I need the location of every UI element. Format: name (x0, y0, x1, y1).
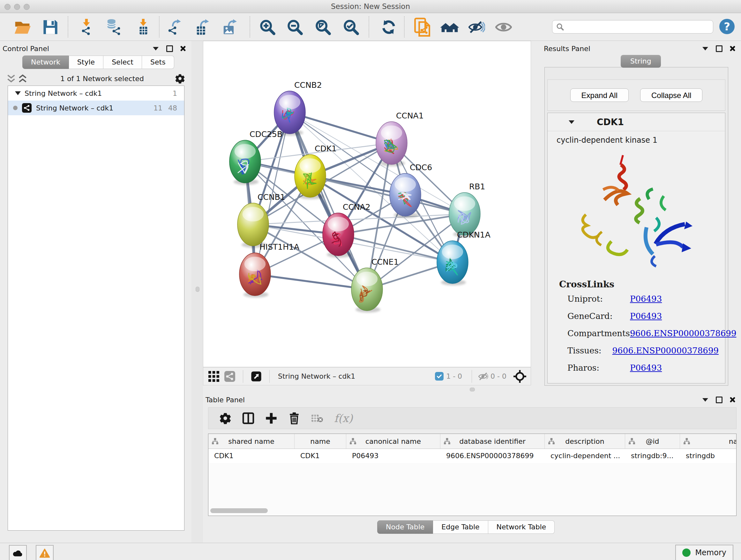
refresh-icon[interactable] (381, 19, 397, 36)
add-column-icon[interactable] (265, 412, 277, 424)
table-row[interactable]: CDK1CDK1P064939606.ENSP00000378699cyclin… (208, 449, 736, 463)
string-copy-icon[interactable] (414, 17, 431, 37)
panel-float-icon[interactable] (716, 45, 723, 52)
horizontal-scrollbar[interactable] (210, 508, 268, 513)
column-header-shared-name[interactable]: shared name (208, 434, 294, 449)
column-header-database-identifier[interactable]: database identifier (441, 434, 545, 449)
panel-close-icon[interactable] (180, 46, 186, 51)
network-node-ccna1[interactable]: CCNA1 (376, 111, 424, 166)
section-expander-icon[interactable] (569, 120, 575, 124)
network-node-cdkn1a[interactable]: CDKN1A (437, 230, 490, 286)
gear-icon[interactable] (175, 73, 185, 84)
export-image-icon[interactable] (222, 19, 239, 36)
network-share-icon[interactable] (224, 371, 235, 382)
column-header-canonical-name[interactable]: canonical name (346, 434, 441, 449)
minimize-window-button[interactable] (14, 4, 20, 10)
gene-section-header[interactable]: CDK1 (548, 113, 725, 131)
warnings-button[interactable] (36, 545, 54, 560)
crosslink-value-link[interactable]: P06493 (630, 294, 662, 304)
show-columns-icon[interactable] (242, 412, 254, 424)
column-header-name[interactable]: name (294, 434, 346, 449)
expand-all-button[interactable]: Expand All (570, 88, 629, 102)
help-icon[interactable]: ? (719, 19, 735, 34)
left-splitter[interactable] (192, 41, 203, 543)
network-collection-row[interactable]: String Network – cdk1 1 (8, 86, 184, 101)
memory-button[interactable]: Memory (675, 545, 733, 560)
network-node-hist1h1a[interactable]: HIST1H1A (239, 242, 299, 298)
tab-network[interactable]: Network (22, 56, 69, 69)
import-network-icon[interactable] (78, 19, 95, 36)
table-cell[interactable]: stringdb (680, 449, 737, 463)
show-all-icon[interactable] (495, 19, 512, 36)
collection-expander-icon[interactable] (15, 91, 21, 95)
search-box[interactable] (552, 20, 713, 34)
zoom-selected-icon[interactable] (343, 19, 359, 36)
import-network-database-icon[interactable] (105, 19, 122, 36)
horizontal-splitter-handle[interactable] (470, 388, 475, 391)
panel-close-icon[interactable] (730, 46, 735, 51)
close-window-button[interactable] (4, 4, 10, 10)
panel-float-icon[interactable] (716, 396, 723, 403)
panel-close-icon[interactable] (730, 397, 735, 402)
crosslink-value-link[interactable]: 9606.ENSP00000378699 (630, 328, 736, 338)
tab-sets[interactable]: Sets (142, 56, 174, 69)
network-edge[interactable] (255, 274, 367, 289)
hidden-eye-icon[interactable] (478, 371, 489, 382)
panel-collapse-icon[interactable] (153, 47, 158, 51)
table-cell[interactable]: P06493 (346, 449, 441, 463)
hide-selected-icon[interactable] (468, 19, 485, 36)
tab-style[interactable]: Style (69, 56, 104, 69)
network-node-ccne1[interactable]: CCNE1 (351, 257, 399, 313)
cloud-button[interactable] (9, 545, 27, 560)
panel-collapse-icon[interactable] (702, 398, 708, 401)
tab-edge-table[interactable]: Edge Table (433, 520, 488, 534)
open-file-icon[interactable] (14, 19, 30, 36)
save-session-icon[interactable] (42, 19, 59, 36)
table-cell[interactable]: CDK1 (294, 449, 346, 463)
birds-eye-view-icon[interactable] (251, 371, 262, 382)
zoom-window-button[interactable] (23, 4, 30, 10)
panel-float-icon[interactable] (166, 45, 173, 52)
table-cell[interactable]: cyclin-dependent ... (545, 449, 625, 463)
collapse-all-button[interactable]: Collapse All (640, 88, 702, 102)
tab-node-table[interactable]: Node Table (377, 520, 433, 534)
network-graph[interactable]: CCNB2CCNA1CDC25BCDK1CDC6RB1CCNB1CCNA2CDK… (203, 41, 531, 367)
node-table[interactable]: shared namenamecanonical namedatabase id… (208, 434, 737, 516)
export-network-icon[interactable] (166, 19, 183, 36)
left-splitter-handle[interactable] (196, 287, 199, 292)
crosslink-value-link[interactable]: P06493 (630, 363, 662, 373)
column-header--id[interactable]: @id (625, 434, 680, 449)
tab-network-table[interactable]: Network Table (488, 520, 555, 534)
table-cell[interactable]: stringdb:9... (625, 449, 680, 463)
selected-checkbox-icon[interactable] (435, 372, 444, 381)
export-table-icon[interactable] (195, 19, 211, 36)
zoom-fit-icon[interactable] (315, 19, 331, 36)
first-neighbors-icon[interactable] (440, 19, 460, 36)
network-canvas[interactable]: CCNB2CCNA1CDC25BCDK1CDC6RB1CCNB1CCNA2CDK… (203, 41, 531, 367)
network-node-ccnb2[interactable]: CCNB2 (274, 80, 322, 136)
search-input[interactable] (566, 23, 713, 31)
collapse-all-networks-icon[interactable] (18, 74, 27, 83)
import-table-icon[interactable] (135, 19, 152, 36)
crosslink-value-link[interactable]: P06493 (630, 311, 662, 321)
zoom-out-icon[interactable] (286, 19, 303, 36)
grid-view-icon[interactable] (208, 371, 219, 382)
tab-string[interactable]: String (621, 55, 661, 68)
table-cell[interactable]: 9606.ENSP00000378699 (441, 449, 545, 463)
network-node-cdk1[interactable]: CDK1 (294, 144, 337, 199)
network-edge[interactable] (290, 112, 367, 289)
table-cell[interactable]: CDK1 (208, 449, 294, 463)
tab-select[interactable]: Select (104, 56, 142, 69)
network-row-selected[interactable]: String Network – cdk1 11 48 (8, 101, 184, 115)
network-node-rb1[interactable]: RB1 (449, 182, 485, 237)
crosslink-value-link[interactable]: 9606.ENSP00000378699 (612, 346, 719, 355)
column-header-namespac[interactable]: namespac (680, 434, 737, 449)
delete-column-icon[interactable] (288, 412, 300, 424)
panel-collapse-icon[interactable] (702, 47, 708, 51)
expand-all-networks-icon[interactable] (6, 74, 16, 83)
crosshair-icon[interactable] (514, 370, 526, 383)
table-settings-gear-icon[interactable] (219, 412, 231, 424)
column-header-description[interactable]: description (545, 434, 625, 449)
main-toolbar: ? (0, 13, 741, 41)
zoom-in-icon[interactable] (259, 19, 276, 36)
